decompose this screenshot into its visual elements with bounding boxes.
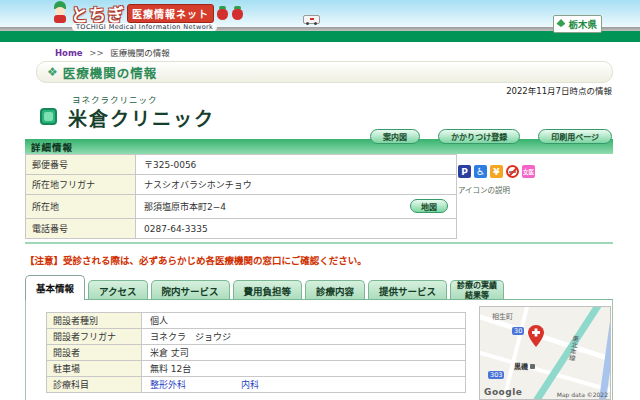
address-furigana-value: ナスシオバラシホンチョウ: [136, 175, 457, 195]
print-page-button[interactable]: 印刷用ページ: [538, 129, 612, 144]
date-note: 2022年11月7日時点の情報: [506, 84, 612, 96]
caution-notice: 【注意】受診される際は、必ずあらかじめ各医療機関の窓口にご確認ください。: [25, 253, 640, 267]
diamond-icon: ❖: [47, 65, 58, 79]
table-row: 開設者種別 個人: [47, 313, 466, 329]
clinic-name: 米倉クリニック: [68, 104, 215, 131]
google-logo: Google: [484, 387, 522, 397]
address-label: 所在地: [26, 195, 136, 219]
prefecture-logo[interactable]: 栃木県: [553, 15, 602, 33]
site-header: とちぎ 医療情報ネット TOCHIGI Medical Information …: [0, 0, 640, 42]
parking-icon: P: [458, 165, 471, 178]
prefecture-name: 栃木県: [568, 19, 597, 30]
female-doctor-icon: 女医: [522, 165, 535, 178]
table-row: 電話番号 0287-64-3335: [26, 219, 457, 239]
basic-info-table: 開設者種別 個人 開設者フリガナ ヨネクラ ジョウジ 開設者 米倉 丈司 駐車場…: [46, 312, 466, 393]
basic-info-panel: 開設者種別 個人 開設者フリガナ ヨネクラ ジョウジ 開設者 米倉 丈司 駐車場…: [25, 299, 613, 400]
map-button[interactable]: 地図: [410, 199, 448, 213]
table-row: 診療科目 整形外科内科: [47, 377, 466, 393]
phone-label: 電話番号: [26, 219, 136, 239]
founder-value: 米倉 丈司: [142, 345, 466, 361]
strawberry-icon: [216, 6, 229, 22]
mascot-icon: [52, 1, 68, 23]
map-town-label: 相生町: [492, 311, 513, 321]
map-thumbnail[interactable]: 相生町 30 303 黒磯 東北本線 Google Map data ©2022: [479, 306, 611, 400]
map-railway-label: 東北本線: [566, 334, 580, 361]
founder-furigana-value: ヨネクラ ジョウジ: [142, 329, 466, 345]
postal-code-label: 郵便番号: [26, 155, 136, 175]
icon-legend-link[interactable]: アイコンの説明: [458, 184, 510, 195]
table-row: 所在地 那須塩原市本町2−4 地図: [26, 195, 457, 219]
no-smoking-icon: [506, 165, 519, 178]
table-row: 開設者フリガナ ヨネクラ ジョウジ: [47, 329, 466, 345]
guide-map-button[interactable]: 案内図: [370, 129, 420, 144]
breadcrumb-home-link[interactable]: Home: [55, 48, 83, 58]
breadcrumb: Home >> 医療機関の情報: [55, 46, 640, 58]
site-logo[interactable]: とちぎ 医療情報ネット TOCHIGI Medical Information …: [52, 1, 244, 26]
founder-label: 開設者: [47, 345, 142, 361]
header-green-band: [0, 31, 640, 42]
founder-type-label: 開設者種別: [47, 313, 142, 329]
prefecture-leaf-icon: [556, 19, 565, 27]
department-link-internal-medicine[interactable]: 内科: [241, 380, 259, 390]
departments-value: 整形外科内科: [142, 377, 466, 393]
phone-value: 0287-64-3335: [136, 219, 457, 239]
parking-value: 無料 12台: [142, 361, 466, 377]
breadcrumb-separator: >>: [89, 48, 103, 58]
postal-code-value: 〒325-0056: [136, 155, 457, 175]
tab-in-hospital-services[interactable]: 院内サービス: [151, 280, 230, 300]
section-title: 医療機関の情報: [63, 63, 158, 82]
clinic-title-block: ヨネクラクリニック 米倉クリニック: [40, 97, 640, 133]
table-row: 所在地フリガナ ナスシオバラシホンチョウ: [26, 175, 457, 195]
map-pin-icon: [528, 325, 544, 347]
table-row: 駐車場 無料 12台: [47, 361, 466, 377]
family-doctor-register-button[interactable]: かかりつけ登録: [438, 129, 520, 144]
facility-icons-block: P ♿ ¥ 女医 アイコンの説明: [458, 165, 608, 197]
credit-card-icon: ¥: [490, 165, 503, 178]
clinic-square-icon: [40, 108, 57, 125]
tab-costs[interactable]: 費用負担等: [233, 280, 303, 300]
tab-results-line1: 診療の実績: [457, 281, 497, 290]
map-copyright: Map data ©2022: [557, 391, 608, 398]
tab-basic-info[interactable]: 基本情報: [25, 275, 85, 300]
action-buttons: 案内図 かかりつけ登録 印刷用ページ: [370, 129, 612, 144]
table-row: 郵便番号 〒325-0056: [26, 155, 457, 175]
breadcrumb-current: 医療機関の情報: [110, 48, 170, 58]
tab-bar: 基本情報 アクセス 院内サービス 費用負担等 診療内容 提供サービス 診療の実績…: [25, 274, 640, 300]
address-furigana-label: 所在地フリガナ: [26, 175, 136, 195]
site-subtitle: TOCHIGI Medical Information Network: [72, 23, 217, 31]
map-station-label: 黒磯: [514, 361, 535, 371]
barrier-free-icon: ♿: [474, 165, 487, 178]
table-row: 開設者 米倉 丈司: [47, 345, 466, 361]
tab-provided-services[interactable]: 提供サービス: [368, 280, 447, 300]
strawberry-icon: [231, 6, 244, 22]
departments-label: 診療科目: [47, 377, 142, 393]
tab-medical-contents[interactable]: 診療内容: [305, 280, 365, 300]
founder-type-value: 個人: [142, 313, 466, 329]
map-route-shield: 303: [488, 371, 504, 379]
facility-icons: P ♿ ¥ 女医: [458, 165, 608, 178]
ambulance-icon: [303, 15, 320, 24]
tab-access[interactable]: アクセス: [88, 280, 148, 300]
address-text: 那須塩原市本町2−4: [144, 202, 226, 212]
parking-label: 駐車場: [47, 361, 142, 377]
department-link-orthopedics[interactable]: 整形外科: [150, 380, 186, 390]
map-route-shield: 30: [512, 327, 524, 335]
founder-furigana-label: 開設者フリガナ: [47, 329, 142, 345]
details-table: 郵便番号 〒325-0056 所在地フリガナ ナスシオバラシホンチョウ 所在地 …: [25, 154, 457, 239]
section-title-bar: ❖ 医療機関の情報: [36, 61, 613, 83]
address-value: 那須塩原市本町2−4 地図: [136, 195, 457, 219]
site-title-badge: 医療情報ネット: [127, 4, 214, 23]
section-divider: [25, 242, 613, 244]
tab-results[interactable]: 診療の実績 結果等: [450, 280, 504, 300]
